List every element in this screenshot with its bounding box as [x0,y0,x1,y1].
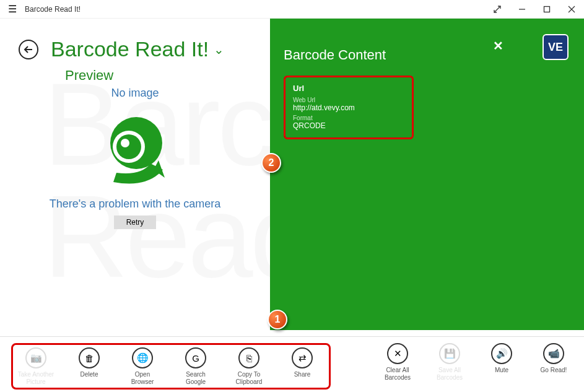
search-google-icon: G [185,347,206,368]
share-label: Share [283,371,321,378]
copy-clipboard-label: Copy To Clipboard [230,371,268,385]
minimize-icon[interactable] [510,0,534,19]
ve-logo: VE [543,34,569,60]
svg-line-0 [494,6,500,12]
go-read-label: Go Read! [534,367,573,374]
save-all-icon: 💾 [439,343,460,364]
window-controls [485,0,584,19]
open-browser-label: Open Browser [123,371,162,385]
search-google-button[interactable]: GSearch Google [177,347,215,385]
back-button[interactable] [19,40,38,59]
chevron-down-icon[interactable]: ⌄ [214,42,224,57]
share-icon: ⇄ [292,347,313,368]
open-browser-button[interactable]: 🌐Open Browser [123,347,162,385]
clear-all-icon: ✕ [387,343,408,364]
take-picture-icon: 📷 [25,347,46,368]
delete-icon: 🗑 [79,347,100,368]
url-heading: Url [293,84,404,93]
open-browser-icon: 🌐 [132,347,153,368]
panel-title: Barcode Content [284,47,584,63]
hamburger-icon[interactable]: ☰ [0,3,25,15]
delete-button[interactable]: 🗑Delete [70,347,108,385]
annotation-marker-1: 1 [268,310,287,329]
search-google-label: Search Google [177,371,215,385]
toolbar-left-group: 📷Take Another Picture🗑Delete🌐Open Browse… [11,343,331,390]
preview-area: No image There's a problem with the came… [0,87,270,229]
mute-button[interactable]: 🔊Mute [482,343,521,381]
bottom-toolbar: 📷Take Another Picture🗑Delete🌐Open Browse… [0,336,584,392]
take-picture-label: Take Another Picture [17,371,55,385]
titlebar: ☰ Barcode Read It! [0,0,584,19]
preview-title: Preview [65,68,270,84]
content-area: BarcodeRead It! Barcode Read It! ⌄ Previ… [0,19,584,330]
page-title: Barcode Read It! [51,37,209,61]
copy-clipboard-button[interactable]: ⎘Copy To Clipboard [230,347,268,385]
diagonal-resize-icon[interactable] [485,0,510,19]
mute-icon: 🔊 [491,343,512,364]
annotation-marker-2: 2 [261,153,281,173]
save-all-label: Save All Barcodes [430,367,469,381]
url-info-box: Url Web Url http://atd.vevy.com Format Q… [284,76,414,139]
no-image-text: No image [0,87,270,100]
share-button[interactable]: ⇄Share [283,347,321,385]
retry-button[interactable]: Retry [114,216,157,229]
delete-label: Delete [70,371,108,378]
format-label: Format [293,115,404,121]
mute-label: Mute [482,367,521,374]
clear-all-label: Clear All Barcodes [378,367,417,381]
svg-point-9 [121,139,129,147]
clear-all-button[interactable]: ✕Clear All Barcodes [378,343,417,381]
go-read-button[interactable]: 📹Go Read! [534,343,573,381]
window-title: Barcode Read It! [25,5,485,14]
page-header: Barcode Read It! ⌄ [19,37,270,61]
save-all-button: 💾Save All Barcodes [430,343,469,381]
web-url-label: Web Url [293,97,404,103]
close-icon[interactable] [559,0,584,19]
camera-problem-text: There's a problem with the camera [0,198,270,211]
close-panel-icon[interactable]: ✕ [493,38,503,53]
maximize-icon[interactable] [534,0,559,19]
camera-placeholder-icon [92,105,178,191]
svg-point-8 [116,134,141,159]
take-picture-button: 📷Take Another Picture [17,347,55,385]
toolbar-right-group: ✕Clear All Barcodes💾Save All Barcodes🔊Mu… [378,343,573,381]
format-value: QRCODE [293,121,404,130]
left-panel: Barcode Read It! ⌄ Preview No image Ther… [0,19,270,330]
go-read-icon: 📹 [543,343,564,364]
barcode-content-panel: ✕ VE Barcode Content Url Web Url http://… [270,19,584,330]
copy-clipboard-icon: ⎘ [238,347,259,368]
svg-rect-2 [544,6,550,12]
web-url-value: http://atd.vevy.com [293,103,404,112]
